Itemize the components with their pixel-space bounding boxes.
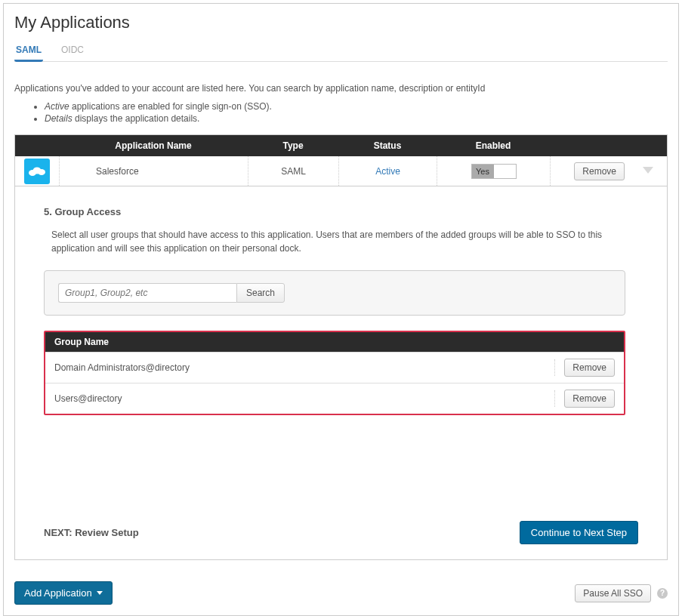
col-type: Type [248, 140, 338, 151]
remove-group-button[interactable]: Remove [564, 359, 615, 377]
group-search-input[interactable] [58, 283, 236, 303]
page-title: My Applications [14, 13, 668, 32]
group-name: Users@directory [54, 393, 122, 404]
note-active-em: Active [45, 101, 69, 112]
add-application-button[interactable]: Add Application [14, 581, 113, 605]
tab-saml[interactable]: SAML [14, 40, 43, 61]
group-access-panel: 5. Group Access Select all user groups t… [15, 186, 667, 559]
app-name: Salesforce [96, 166, 139, 177]
group-name: Domain Administrators@directory [54, 362, 190, 373]
app-status[interactable]: Active [375, 166, 400, 177]
applications-table-header: Application Name Type Status Enabled [15, 135, 667, 156]
remove-group-button[interactable]: Remove [564, 390, 615, 408]
group-table-header: Group Name [45, 332, 624, 352]
tab-oidc[interactable]: OIDC [60, 40, 85, 61]
intro-text: Applications you've added to your accoun… [14, 83, 668, 94]
caret-down-icon [97, 591, 103, 595]
svg-marker-3 [643, 167, 653, 174]
help-icon[interactable]: ? [657, 588, 668, 599]
toggle-yes-label: Yes [472, 165, 494, 178]
continue-button[interactable]: Continue to Next Step [520, 521, 638, 544]
group-search-button[interactable]: Search [236, 283, 285, 303]
remove-app-button[interactable]: Remove [574, 162, 625, 180]
app-type: SAML [281, 166, 306, 177]
group-search-box: Search [44, 270, 625, 316]
enabled-toggle[interactable]: Yes [471, 164, 517, 179]
salesforce-icon [24, 159, 50, 184]
col-status: Status [338, 140, 437, 151]
group-row: Users@directory Remove [45, 383, 624, 414]
section-description: Select all user groups that should have … [51, 228, 638, 255]
app-type-tabs: SAML OIDC [14, 40, 668, 62]
col-enabled: Enabled [437, 140, 550, 151]
intro-notes: Active applications are enabled for sing… [45, 101, 668, 124]
note-details-rest: displays the application details. [73, 113, 200, 124]
add-application-label: Add Application [24, 587, 92, 599]
applications-table: Application Name Type Status Enabled Sal… [14, 134, 668, 560]
next-step-label: NEXT: Review Setup [44, 527, 139, 538]
pause-all-sso-button[interactable]: Pause All SSO [575, 584, 651, 602]
application-row: Salesforce SAML Active Yes Remove [15, 156, 667, 186]
note-active-rest: applications are enabled for single sign… [69, 101, 272, 112]
section-title: 5. Group Access [44, 206, 638, 217]
expand-row-icon[interactable] [643, 166, 653, 177]
group-row: Domain Administrators@directory Remove [45, 352, 624, 383]
svg-point-2 [38, 169, 45, 175]
note-details-em: Details [45, 113, 73, 124]
group-table: Group Name Domain Administrators@directo… [44, 331, 625, 415]
col-application-name: Application Name [59, 140, 248, 151]
